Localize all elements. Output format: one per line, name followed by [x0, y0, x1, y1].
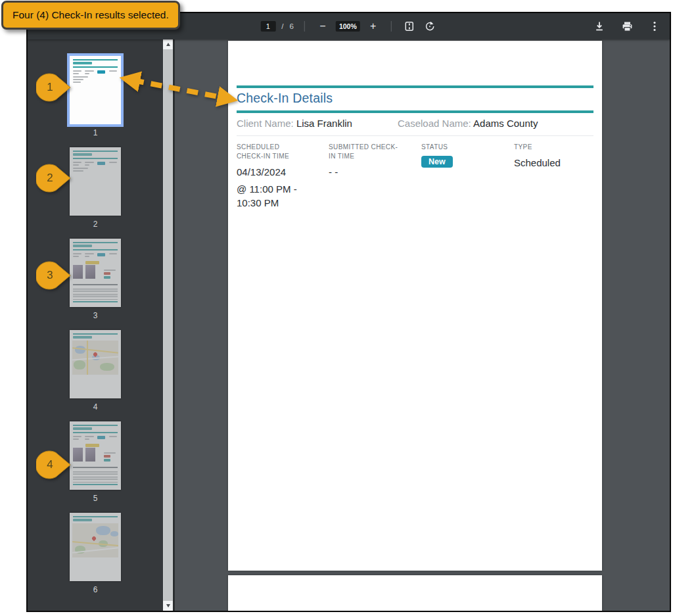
- annotation-arrow: [118, 68, 243, 108]
- thumbnail-dim-overlay: [70, 421, 121, 490]
- rotate-counterclockwise-icon: [425, 21, 435, 32]
- zoom-in-button[interactable]: +: [366, 19, 381, 34]
- thumbnail-page-number: 3: [93, 312, 98, 320]
- more-options-icon: [653, 21, 656, 32]
- download-button[interactable]: [592, 19, 607, 34]
- thumbnail-cell: 1: [70, 56, 121, 137]
- viewer-body: 1: [28, 39, 670, 611]
- zoom-level-display: 100%: [336, 21, 360, 32]
- thumbnail-page-number: 6: [93, 586, 98, 594]
- page-thumbnail-2[interactable]: [70, 147, 121, 216]
- thumbnail-cell: 5: [70, 421, 121, 502]
- marker-badge-3: 3: [36, 261, 70, 290]
- more-options-button[interactable]: [647, 19, 662, 34]
- client-caseload-row: Client Name: Lisa Franklin Caseload Name…: [237, 118, 593, 129]
- page-thumbnail-5[interactable]: [70, 421, 121, 490]
- thumbnail-dim-overlay: [70, 513, 121, 581]
- field-submitted-checkin: SUBMITTED CHECK-IN TIME - -: [329, 143, 404, 179]
- thumbnail-page-number: 5: [93, 494, 98, 502]
- thumbnail-page-number: 1: [93, 129, 98, 137]
- marker-number: 3: [36, 269, 64, 282]
- scroll-down-button[interactable]: [163, 601, 173, 611]
- scrollbar-thumb[interactable]: [164, 49, 172, 601]
- field-status: STATUS New: [421, 143, 500, 168]
- rotate-button[interactable]: [423, 19, 437, 34]
- download-icon: [594, 21, 605, 32]
- client-row-divider: [237, 135, 593, 136]
- field-type: TYPE Scheduled: [514, 143, 593, 170]
- field-label: STATUS: [421, 143, 500, 152]
- caseload-name-label: Caseload Name:: [398, 118, 471, 129]
- thumbnail-dim-overlay: [70, 330, 121, 398]
- marker-number: 1: [36, 81, 64, 94]
- fit-to-page-icon: [404, 21, 415, 32]
- scheduled-date: 04/13/2024: [237, 166, 302, 179]
- page-thumbnail-3[interactable]: [70, 239, 121, 307]
- page-thumbnail-1[interactable]: [70, 56, 121, 124]
- caseload-group: Caseload Name: Adams County: [398, 118, 538, 129]
- scheduled-time-line2: 10:30 PM: [237, 197, 302, 210]
- field-label: SUBMITTED CHECK-IN TIME: [329, 143, 404, 161]
- field-label: TYPE: [514, 143, 593, 152]
- document-title: Check-In Details: [237, 91, 333, 106]
- screenshot-stage: 1 / 6 − 100% +: [0, 0, 673, 616]
- thumbnail-cell: 6: [70, 513, 121, 594]
- document-canvas: Check-In Details Client Name: Lisa Frank…: [175, 39, 670, 611]
- thumbnail-preview: [70, 56, 121, 124]
- page-total: 6: [289, 22, 293, 30]
- teal-rule-under-title: [237, 110, 593, 113]
- thumbnail-dim-overlay: [70, 239, 121, 307]
- scroll-up-button[interactable]: [163, 39, 173, 49]
- triangle-down-icon: [166, 604, 170, 607]
- toolbar-right-controls: [592, 13, 662, 39]
- field-scheduled-checkin: SCHEDULED CHECK-IN TIME 04/13/2024 @ 11:…: [237, 143, 302, 210]
- annotation-callout: Four (4) Check-In results selected.: [1, 1, 180, 30]
- thumbnail-cell: 4: [70, 330, 121, 411]
- field-label: SCHEDULED CHECK-IN TIME: [237, 143, 302, 161]
- fit-to-page-button[interactable]: [402, 19, 417, 34]
- sidebar-scrollbar[interactable]: [163, 39, 173, 611]
- print-icon: [622, 21, 633, 32]
- page-separator: /: [281, 22, 283, 30]
- thumbnail-cell: 2: [70, 147, 121, 228]
- thumbnail-page-number: 2: [93, 220, 98, 228]
- scheduled-time-line1: @ 11:00 PM -: [237, 183, 302, 196]
- thumbnail-panel: 1: [28, 39, 163, 611]
- page-number-input[interactable]: 1: [260, 21, 275, 32]
- marker-badge-1: 1: [36, 73, 70, 102]
- zoom-out-button[interactable]: −: [315, 19, 330, 34]
- thumbnail-dim-overlay: [70, 147, 121, 216]
- toolbar-divider: [391, 21, 392, 32]
- client-name-label: Client Name:: [237, 118, 294, 129]
- caseload-name-value: Adams County: [473, 118, 538, 129]
- thumbnail-page-number: 4: [93, 403, 98, 411]
- page-thumbnail-4[interactable]: [70, 330, 121, 398]
- marker-number: 2: [36, 172, 64, 185]
- teal-rule-top: [237, 85, 593, 88]
- print-button[interactable]: [620, 19, 634, 34]
- page-thumbnail-6[interactable]: [70, 513, 121, 581]
- triangle-up-icon: [166, 43, 170, 46]
- toolbar-divider: [304, 21, 305, 32]
- pdf-page-1: Check-In Details Client Name: Lisa Frank…: [228, 41, 602, 571]
- marker-badge-4: 4: [36, 450, 70, 479]
- pdf-page-2: [228, 575, 602, 611]
- toolbar-center-controls: 1 / 6 − 100% +: [260, 13, 436, 39]
- client-name-value: Lisa Franklin: [296, 118, 352, 129]
- type-value: Scheduled: [514, 156, 593, 170]
- thumbnail-cell: 3: [70, 239, 121, 320]
- status-badge: New: [421, 156, 453, 168]
- submitted-value: - -: [329, 166, 404, 179]
- marker-badge-2: 2: [36, 164, 70, 193]
- marker-number: 4: [36, 458, 64, 471]
